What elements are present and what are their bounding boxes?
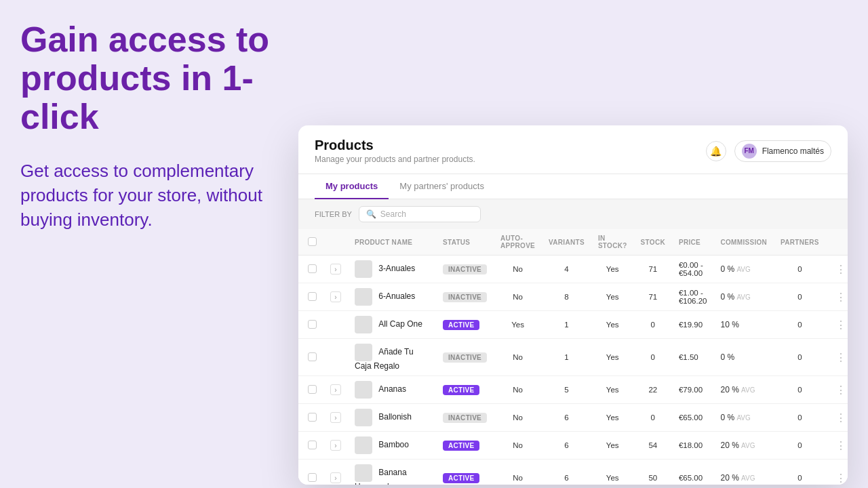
expand-button[interactable]: › [330, 384, 341, 395]
row-expand-cell: › [323, 256, 348, 283]
table-row: All Cap One ACTIVE Yes 1 Yes 0 €19.90 10… [298, 311, 848, 339]
th-more [826, 229, 848, 256]
stock-cell: 0 [634, 339, 672, 376]
product-name-cell: 3-Anuales [348, 256, 436, 283]
window-header: Products Manage your products and partne… [298, 125, 848, 174]
price-cell: €0.00 - €54.00 [672, 256, 714, 283]
status-badge: ACTIVE [443, 473, 479, 483]
row-expand-cell [323, 339, 348, 376]
th-variants: VARIANTS [542, 229, 591, 256]
row-checkbox-cell [298, 283, 323, 311]
product-status-cell: INACTIVE [436, 339, 494, 376]
header-checkbox[interactable] [308, 237, 317, 246]
table-row: › Bamboo ACTIVE No 6 Yes 54 €18.00 20 % … [298, 432, 848, 460]
in-stock-cell: Yes [591, 283, 634, 311]
commission-value: 20 % [721, 441, 739, 450]
product-status-cell: ACTIVE [436, 376, 494, 404]
table-row: Añade Tu Caja Regalo INACTIVE No 1 Yes 0… [298, 339, 848, 376]
expand-button[interactable]: › [330, 264, 341, 274]
status-badge: INACTIVE [443, 352, 487, 363]
more-options-button[interactable]: ⋮ [833, 411, 848, 425]
row-checkbox[interactable] [308, 292, 317, 301]
row-expand-cell: › [323, 432, 348, 460]
row-checkbox[interactable] [308, 352, 317, 361]
expand-button[interactable]: › [330, 472, 341, 483]
in-stock-cell: Yes [591, 339, 634, 376]
commission-value: 0 % [721, 264, 735, 274]
more-options-cell: ⋮ [826, 432, 848, 460]
more-options-cell: ⋮ [826, 283, 848, 311]
product-thumbnail [355, 436, 372, 454]
table-row: › Ballonish INACTIVE No 6 Yes 0 €65.00 0… [298, 404, 848, 432]
tab-partners-products[interactable]: My partners' products [389, 174, 495, 199]
partners-cell: 0 [774, 283, 826, 311]
expand-button[interactable]: › [330, 440, 341, 451]
expand-button[interactable]: › [330, 412, 341, 423]
more-options-button[interactable]: ⋮ [833, 471, 848, 485]
th-expand [323, 229, 348, 256]
row-checkbox[interactable] [308, 264, 317, 273]
th-checkbox [298, 229, 323, 256]
commission-cell: 0 % [714, 339, 774, 376]
variants-cell: 1 [542, 311, 591, 339]
avg-label: AVG [736, 266, 750, 273]
more-options-button[interactable]: ⋮ [833, 318, 848, 332]
bell-icon[interactable]: 🔔 [706, 141, 726, 161]
product-status-cell: ACTIVE [436, 432, 494, 460]
more-options-button[interactable]: ⋮ [833, 350, 848, 365]
expand-button[interactable]: › [330, 291, 341, 302]
product-thumbnail [355, 288, 372, 306]
stock-cell: 54 [634, 432, 672, 460]
commission-value: 20 % [721, 473, 739, 483]
avg-label: AVG [736, 414, 750, 422]
product-name-cell: Ananas [348, 376, 436, 404]
partners-cell: 0 [774, 460, 826, 485]
product-name-cell: All Cap One [348, 311, 436, 339]
commission-cell: 0 % AVG [714, 404, 774, 432]
th-in-stock: IN STOCK? [591, 229, 634, 256]
auto-approve-cell: No [494, 404, 542, 432]
row-expand-cell: › [323, 404, 348, 432]
in-stock-cell: Yes [591, 432, 634, 460]
commission-cell: 20 % AVG [714, 376, 774, 404]
more-options-button[interactable]: ⋮ [833, 383, 848, 397]
more-options-button[interactable]: ⋮ [833, 439, 848, 453]
hero-subtitle: Get access to complementary products for… [20, 159, 285, 232]
search-input[interactable]: Search [380, 209, 406, 219]
products-table: PRODUCT NAME STATUS AUTO-APPROVE VARIANT… [298, 229, 848, 485]
th-auto-approve: AUTO-APPROVE [494, 229, 542, 256]
more-options-button[interactable]: ⋮ [833, 290, 848, 304]
partners-cell: 0 [774, 256, 826, 283]
row-checkbox[interactable] [308, 413, 317, 422]
row-checkbox-cell [298, 376, 323, 404]
row-checkbox[interactable] [308, 385, 317, 394]
user-badge[interactable]: FM Flamenco maltés [734, 140, 831, 162]
table-row: › Ananas ACTIVE No 5 Yes 22 €79.00 20 % … [298, 376, 848, 404]
tab-my-products[interactable]: My products [315, 174, 389, 199]
row-expand-cell: › [323, 283, 348, 311]
more-options-button[interactable]: ⋮ [833, 262, 848, 277]
stock-cell: 50 [634, 460, 672, 485]
commission-cell: 10 % [714, 311, 774, 339]
row-checkbox[interactable] [308, 320, 317, 329]
more-options-cell: ⋮ [826, 256, 848, 283]
product-name-cell: Bamboo [348, 432, 436, 460]
stock-cell: 71 [634, 256, 672, 283]
table-row: › 3-Anuales INACTIVE No 4 Yes 71 €0.00 -… [298, 256, 848, 283]
search-box[interactable]: 🔍 Search [359, 206, 481, 222]
product-name-cell: Ballonish [348, 404, 436, 432]
product-status-cell: INACTIVE [436, 283, 494, 311]
commission-value: 0 % [721, 352, 735, 362]
row-checkbox-cell [298, 311, 323, 339]
row-checkbox[interactable] [308, 473, 317, 482]
search-icon: 🔍 [366, 209, 376, 219]
variants-cell: 6 [542, 432, 591, 460]
th-product-name: PRODUCT NAME [348, 229, 436, 256]
row-checkbox[interactable] [308, 441, 317, 449]
in-stock-cell: Yes [591, 376, 634, 404]
commission-cell: 20 % AVG [714, 432, 774, 460]
stock-cell: 71 [634, 283, 672, 311]
table-row: › 6-Anuales INACTIVE No 8 Yes 71 €1.00 -… [298, 283, 848, 311]
stock-cell: 22 [634, 376, 672, 404]
left-panel: Gain access to products in 1-click Get a… [20, 20, 285, 232]
